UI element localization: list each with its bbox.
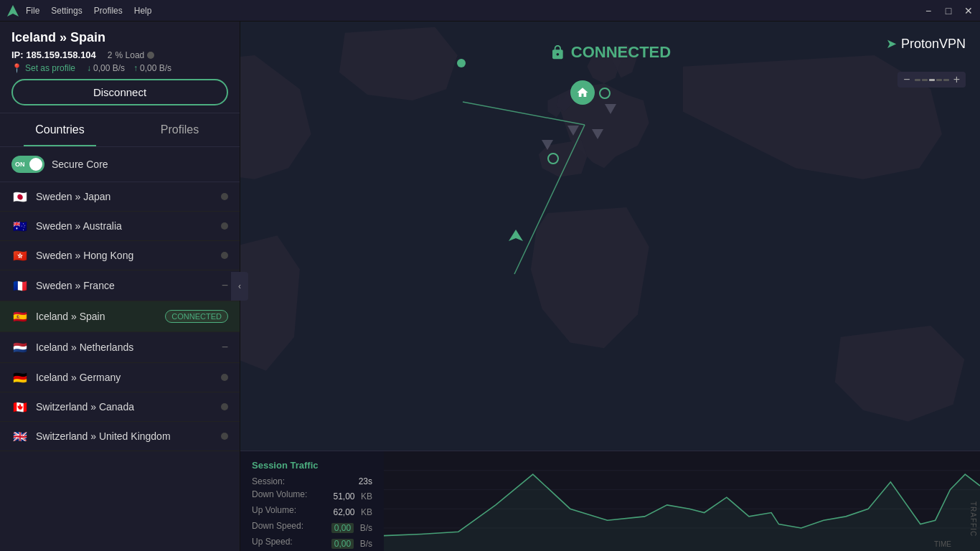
close-button[interactable]: ✕ — [963, 5, 974, 17]
tab-countries[interactable]: Countries — [0, 113, 120, 146]
server-load-dot — [221, 433, 228, 440]
up-volume-unit: KB — [361, 507, 372, 517]
connection-server: Iceland » Spain — [11, 30, 228, 45]
tab-profiles[interactable]: Profiles — [120, 113, 240, 146]
server-item[interactable]: 🇭🇰Sweden » Hong Kong — [0, 241, 240, 270]
server-name: Iceland » Netherlands — [36, 342, 215, 353]
down-volume-label: Down Volume: — [252, 489, 307, 502]
set-profile-link[interactable]: 📍 Set as profile — [11, 63, 75, 73]
home-marker[interactable] — [570, 80, 595, 105]
down-volume-unit: KB — [361, 491, 372, 501]
server-item[interactable]: 🇯🇵Sweden » Japan — [0, 182, 240, 212]
server-flag: 🇳🇱 — [11, 342, 29, 353]
zoom-controls: − + — [897, 72, 966, 88]
zoom-in-button[interactable]: + — [951, 73, 963, 86]
france-marker-2 — [567, 126, 579, 136]
load-label: % Load — [116, 50, 145, 60]
server-name: Sweden » Japan — [36, 191, 214, 202]
connected-badge: CONNECTED — [550, 43, 671, 62]
server-minus-icon: − — [222, 279, 228, 292]
destination-arrow-icon — [509, 230, 523, 247]
server-flag: 🇩🇪 — [11, 372, 29, 383]
server-minus-icon: − — [222, 341, 228, 354]
server-flag: 🇦🇺 — [11, 220, 29, 232]
map-area: CONNECTED ➤ ProtonVPN − + Session Traffi… — [240, 22, 980, 551]
germany-marker — [605, 104, 616, 114]
menu-profiles[interactable]: Profiles — [94, 6, 123, 16]
connection-ip: IP: 185.159.158.104 — [11, 50, 96, 60]
svg-marker-0 — [7, 5, 19, 17]
toggle-knob — [29, 158, 42, 171]
minimize-button[interactable]: − — [923, 5, 934, 17]
server-name: Iceland » Spain — [36, 311, 158, 322]
proton-label: ProtonVPN — [901, 37, 966, 52]
main-tabs: Countries Profiles — [0, 113, 240, 147]
stat-up-volume: Up Volume: 62,00 KB — [252, 505, 372, 518]
menu-help[interactable]: Help — [134, 6, 152, 16]
zoom-seg-4 — [936, 79, 942, 81]
uk-marker — [547, 153, 559, 164]
stat-session: Session: 23s — [252, 476, 372, 486]
up-volume-label: Up Volume: — [252, 505, 296, 518]
load-indicator — [147, 52, 154, 59]
zoom-seg-1 — [915, 79, 920, 81]
disconnect-button[interactable]: Disconnect — [11, 79, 228, 105]
menu-bar: File Settings Profiles Help — [26, 6, 151, 16]
traffic-stats: Session Traffic Session: 23s Down Volume… — [240, 451, 384, 551]
speed-info: ↓ 0,00 B/s ↑ 0,00 B/s — [87, 63, 171, 73]
up-speed: ↑ 0,00 B/s — [133, 63, 171, 73]
sidebar-collapse-button[interactable]: ‹ — [231, 272, 248, 301]
down-speed: ↓ 0,00 B/s — [87, 63, 125, 73]
server-item[interactable]: 🇫🇷Sweden » France− — [0, 270, 240, 301]
app-logo — [6, 4, 20, 18]
down-speed-value: 0,00 B/s — [93, 63, 125, 73]
traffic-graph-svg — [384, 451, 980, 551]
secure-core-row: ON Secure Core — [0, 147, 240, 182]
connection-info-row: IP: 185.159.158.104 2 % Load — [11, 50, 228, 60]
connected-label: CONNECTED — [571, 43, 671, 62]
down-volume-value: 51,00 — [334, 491, 355, 501]
down-volume-row: 51,00 KB — [334, 489, 373, 502]
main-layout: Iceland » Spain IP: 185.159.158.104 2 % … — [0, 22, 980, 551]
send-icon: ➤ — [886, 36, 897, 52]
server-item[interactable]: 🇳🇱Iceland » Netherlands− — [0, 332, 240, 363]
down-speed-label: Down Speed: — [252, 521, 303, 534]
stat-down-volume: Down Volume: 51,00 KB — [252, 489, 372, 502]
server-flag: 🇬🇧 — [11, 430, 29, 442]
server-item[interactable]: 🇨🇦Switzerland » Canada — [0, 392, 240, 422]
up-speed-value: 0,00 B/s — [140, 63, 171, 73]
secure-core-toggle[interactable]: ON — [11, 156, 44, 173]
connection-load: 2 % Load — [108, 50, 154, 60]
down-speed-unit: B/s — [360, 523, 372, 533]
sidebar: Iceland » Spain IP: 185.159.158.104 2 % … — [0, 22, 240, 551]
menu-settings[interactable]: Settings — [51, 6, 82, 16]
ip-label: IP: — [11, 50, 26, 60]
server-flag: 🇨🇦 — [11, 401, 29, 413]
server-load-dot — [221, 222, 228, 230]
set-profile-label: Set as profile — [25, 63, 75, 73]
time-axis-label: TIME — [934, 540, 951, 548]
server-item[interactable]: 🇬🇧Switzerland » United Kingdom — [0, 422, 240, 451]
spain-marker-1 — [542, 140, 553, 150]
down-arrow-icon: ↓ — [87, 63, 91, 73]
down-speed-value: 0,00 — [331, 523, 354, 533]
maximize-button[interactable]: □ — [943, 5, 954, 17]
stat-up-speed: Up Speed: 0,00 B/s — [252, 537, 372, 550]
zoom-out-button[interactable]: − — [900, 73, 913, 86]
server-flag: 🇫🇷 — [11, 280, 29, 291]
server-load-dot — [221, 403, 228, 410]
menu-file[interactable]: File — [26, 6, 39, 16]
traffic-title: Session Traffic — [252, 460, 372, 471]
server-load-dot — [221, 374, 228, 381]
server-list: 🇯🇵Sweden » Japan🇦🇺Sweden » Australia🇭🇰Sw… — [0, 182, 240, 551]
up-speed-value: 0,00 — [331, 539, 354, 549]
server-flag: 🇯🇵 — [11, 191, 29, 202]
server-item[interactable]: 🇪🇸Iceland » SpainCONNECTED — [0, 301, 240, 332]
iceland-source-dot — [457, 59, 466, 67]
server-item[interactable]: 🇩🇪Iceland » Germany — [0, 363, 240, 392]
server-name: Sweden » Hong Kong — [36, 250, 214, 261]
ip-value: 185.159.158.104 — [26, 50, 96, 60]
connection-header: Iceland » Spain IP: 185.159.158.104 2 % … — [0, 22, 240, 113]
server-item[interactable]: 🇦🇺Sweden » Australia — [0, 212, 240, 241]
down-speed-row: 0,00 B/s — [331, 521, 372, 534]
